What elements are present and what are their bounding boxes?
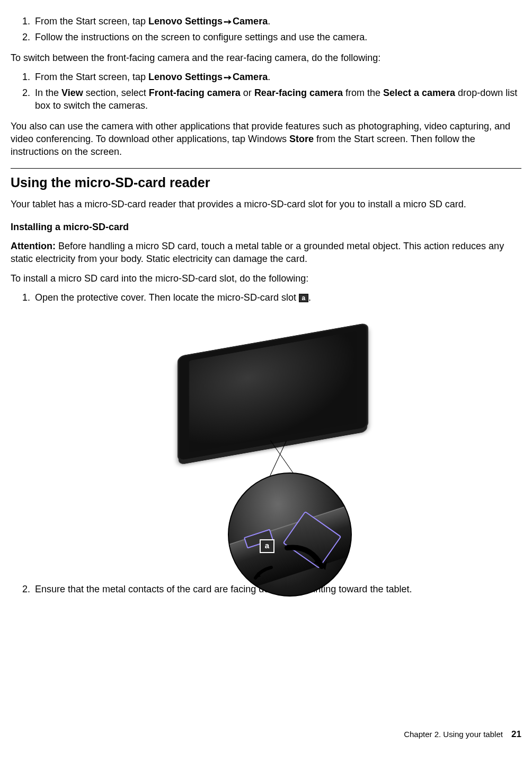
text: section, select <box>83 87 149 98</box>
list-item: In the View section, select Front-facing… <box>33 86 521 112</box>
page-number: 21 <box>511 729 521 739</box>
text: . <box>308 292 311 303</box>
bold-text: Select a camera <box>383 87 455 98</box>
text: From the Start screen, tap <box>35 16 148 27</box>
list-item: Open the protective cover. Then locate t… <box>33 291 521 573</box>
section-heading: Using the micro-SD-card reader <box>11 174 521 192</box>
bold-text: Rear-facing camera <box>254 87 343 98</box>
ordered-list-3: Open the protective cover. Then locate t… <box>11 291 521 596</box>
paragraph: You also can use the camera with other a… <box>11 120 521 159</box>
direction-arrow-icon <box>250 565 277 583</box>
figure-tablet-sd-slot: a <box>167 313 389 573</box>
chapter-title: Chapter 2. Using your tablet <box>404 730 503 739</box>
page-footer: Chapter 2. Using your tablet 21 <box>11 729 521 741</box>
text: In the <box>35 87 61 98</box>
bold-text: View <box>61 87 83 98</box>
text: From the Start screen, tap <box>35 72 148 82</box>
callout-label-a: a <box>260 539 274 553</box>
section-divider <box>11 168 521 169</box>
arrow-icon: ➙ <box>224 71 232 84</box>
list-item: From the Start screen, tap Lenovo Settin… <box>33 71 521 84</box>
attention-paragraph: Attention: Before handling a micro SD ca… <box>11 240 521 266</box>
list-item: Follow the instructions on the screen to… <box>33 31 521 43</box>
magnifier-detail: a <box>228 472 352 597</box>
paragraph: Your tablet has a micro-SD-card reader t… <box>11 198 521 211</box>
callout-label-a: a <box>299 294 308 302</box>
bold-text: Camera <box>233 16 268 27</box>
bold-text: Lenovo Settings <box>148 16 223 27</box>
text: . <box>268 72 270 82</box>
text: Before handling a micro SD card, touch a… <box>11 241 504 264</box>
text: Open the protective cover. Then locate t… <box>35 292 299 303</box>
sub-heading: Installing a micro-SD-card <box>11 221 521 233</box>
attention-label: Attention: <box>11 241 56 251</box>
arrow-icon: ➙ <box>224 15 232 28</box>
open-arrow-icon <box>282 542 330 580</box>
bold-text: Front-facing camera <box>149 87 241 98</box>
paragraph: To install a micro SD card into the micr… <box>11 272 521 285</box>
list-item: From the Start screen, tap Lenovo Settin… <box>33 15 521 28</box>
bold-text: Lenovo Settings <box>148 72 223 82</box>
ordered-list-1: From the Start screen, tap Lenovo Settin… <box>11 15 521 44</box>
text: . <box>268 16 270 27</box>
text: or <box>241 87 254 98</box>
bold-text: Camera <box>233 72 268 82</box>
paragraph: To switch between the front-facing camer… <box>11 51 521 64</box>
ordered-list-2: From the Start screen, tap Lenovo Settin… <box>11 71 521 112</box>
bold-text: Store <box>289 134 314 144</box>
text: from the <box>343 87 383 98</box>
